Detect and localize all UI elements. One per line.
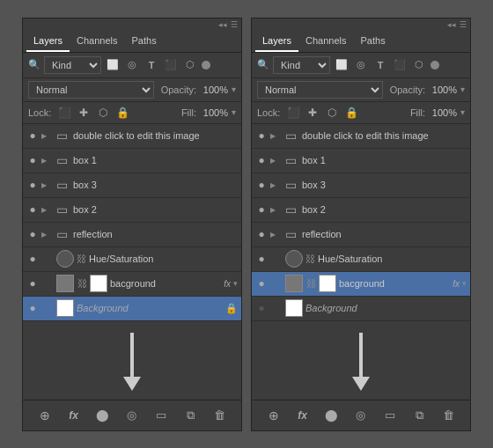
tab-paths-left[interactable]: Paths [125,31,164,52]
layer-row[interactable]: ● ▶ ▭ box 3 [23,173,241,198]
layer-row[interactable]: ● ▶ ▭ reflection [23,223,241,247]
left-name-6: Hue/Saturation [89,253,238,264]
right-lock-pixels[interactable]: ⬛ [285,105,301,121]
right-btn-folder[interactable]: ▭ [380,406,400,425]
left-eye-3[interactable]: ● [26,179,39,191]
menu-icon[interactable]: ☰ [231,20,238,29]
right-icon1[interactable]: ⬜ [334,57,350,73]
right-btn-link[interactable]: ⊕ [264,406,283,425]
tab-layers-right[interactable]: Layers [255,31,298,52]
layer-row[interactable]: ● ▶ ▭ reflection [252,223,470,247]
right-kind-select[interactable]: Kind [273,56,330,74]
left-eye-5[interactable]: ● [26,228,39,240]
left-icon3[interactable]: T [143,57,159,73]
right-icon5[interactable]: ⬡ [411,57,427,73]
right-lock-all[interactable]: 🔒 [343,105,359,121]
left-chevron-5[interactable]: ▶ [41,230,50,239]
right-eye-1[interactable]: ● [255,129,268,142]
left-eye-6[interactable]: ● [26,253,39,265]
layer-row[interactable]: ● ▶ ▭ box 1 [23,149,241,173]
left-opacity-chevron[interactable]: ▾ [232,84,236,94]
left-eye-8[interactable]: ● [26,302,39,314]
right-eye-5[interactable]: ● [255,228,268,240]
right-btn-trash[interactable]: 🗑 [438,406,458,425]
left-btn-new-layer[interactable]: ◎ [122,406,142,425]
right-lock-move[interactable]: ✚ [305,105,320,121]
left-name-1: double click to edit this image [73,130,238,141]
left-eye-4[interactable]: ● [26,203,39,216]
right-chevron-4[interactable]: ▶ [270,205,279,214]
left-lock-pixels[interactable]: ⬛ [56,105,72,121]
right-eye-7[interactable]: ● [255,277,268,290]
left-lock-all[interactable]: 🔒 [114,105,130,121]
left-btn-fx[interactable]: fx [64,406,84,425]
tab-channels-left[interactable]: Channels [70,31,124,52]
right-lock-art[interactable]: ⬡ [324,105,340,121]
layer-row[interactable]: ● ▶ ▭ box 2 [23,198,241,223]
left-icon1[interactable]: ⬜ [105,57,121,73]
left-fill-chevron[interactable]: ▾ [232,107,236,117]
left-chevron-1[interactable]: ▶ [41,131,50,140]
right-fill-chevron[interactable]: ▾ [460,107,465,117]
right-collapse-icon[interactable]: ◂◂ [447,20,456,29]
left-btn-dup[interactable]: ⧉ [180,406,200,425]
left-eye-7[interactable]: ● [26,277,39,290]
layer-row[interactable]: ● ⛓ Hue/Saturation [252,247,470,272]
layer-row[interactable]: ● ▶ ▭ double click to edit this image [23,124,241,149]
left-icon2[interactable]: ◎ [124,57,140,73]
left-icon4[interactable]: ⬛ [163,57,179,73]
right-menu-icon[interactable]: ☰ [460,20,467,29]
right-icon2[interactable]: ◎ [353,57,369,73]
left-chevron-2[interactable]: ▶ [41,156,50,165]
left-lock-move[interactable]: ✚ [76,105,92,121]
tab-channels-right[interactable]: Channels [298,31,353,52]
right-btn-fill[interactable]: ⬤ [322,406,342,425]
right-bottom-bar: ⊕ fx ⬤ ◎ ▭ ⧉ 🗑 [252,400,470,430]
right-eye-2[interactable]: ● [255,154,268,166]
left-kind-row: 🔍 Kind ⬜ ◎ T ⬛ ⬡ [23,53,241,78]
left-chevron-3[interactable]: ▶ [41,180,50,189]
layer-row[interactable]: ● ⛓ bacground fx ▾ [252,272,470,297]
right-chevron-2[interactable]: ▶ [270,156,279,165]
right-btn-fx[interactable]: fx [293,406,313,425]
right-thumb-1: ▭ [282,127,299,144]
layer-row[interactable]: ● Background 🔒 [23,297,241,321]
right-eye-3[interactable]: ● [255,179,268,191]
right-chevron-3[interactable]: ▶ [270,180,279,189]
left-icon5[interactable]: ⬡ [182,57,198,73]
right-chevron-1[interactable]: ▶ [270,131,279,140]
layer-row[interactable]: ● ▶ ▭ double click to edit this image [252,124,470,149]
right-opacity-chevron[interactable]: ▾ [460,84,465,94]
left-chevron-fx-7[interactable]: ▾ [233,279,238,288]
left-chevron-4[interactable]: ▶ [41,205,50,214]
left-btn-folder[interactable]: ▭ [151,406,171,425]
layer-row[interactable]: ● ▶ ▭ box 2 [252,198,470,223]
right-btn-new-layer[interactable]: ◎ [351,406,371,425]
layer-row[interactable]: ● ▶ ▭ box 1 [252,149,470,173]
right-eye-4[interactable]: ● [255,203,268,216]
layer-row[interactable]: ● Background [252,297,470,321]
right-icon4[interactable]: ⬛ [392,57,408,73]
left-btn-fill[interactable]: ⬤ [93,406,113,425]
left-btn-trash[interactable]: 🗑 [210,406,229,425]
left-arrow-head [123,377,141,391]
left-kind-select[interactable]: Kind [44,56,101,74]
left-btn-link[interactable]: ⊕ [35,406,55,425]
layer-row[interactable]: ● ⛓ bacground fx ▾ [23,272,241,297]
left-eye-1[interactable]: ● [26,129,39,142]
left-eye-2[interactable]: ● [26,154,39,166]
right-icon3[interactable]: T [372,57,388,73]
right-blend-select[interactable]: Normal [257,81,383,99]
layer-row[interactable]: ● ▶ ▭ box 3 [252,173,470,198]
left-blend-select[interactable]: Normal [28,81,154,99]
layer-row[interactable]: ● ⛓ Hue/Saturation [23,247,241,272]
collapse-icon[interactable]: ◂◂ [218,20,227,29]
right-chevron-fx-7[interactable]: ▾ [462,279,467,288]
tab-layers-left[interactable]: Layers [26,31,70,52]
right-btn-dup[interactable]: ⧉ [409,406,429,425]
tab-paths-right[interactable]: Paths [354,31,393,52]
right-eye-8[interactable]: ● [255,302,268,314]
left-lock-art[interactable]: ⬡ [95,105,111,121]
right-eye-6[interactable]: ● [255,253,268,265]
right-chevron-5[interactable]: ▶ [270,230,279,239]
